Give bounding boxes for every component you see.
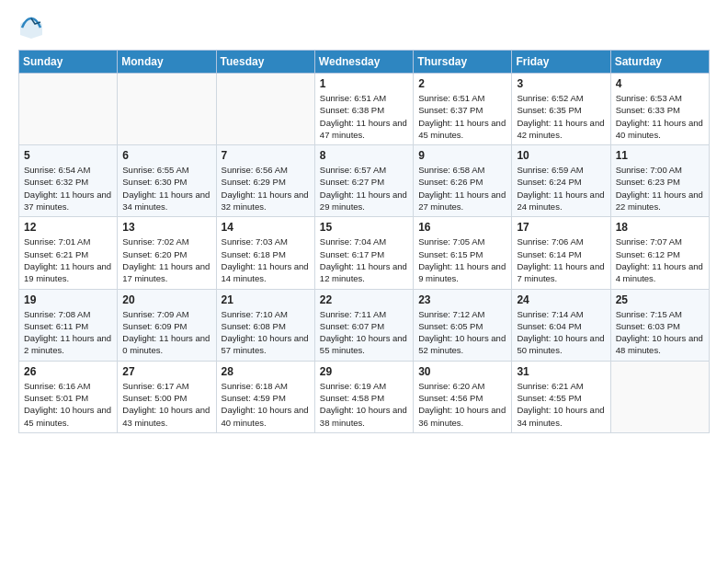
day-info: Daylight: 10 hours and 57 minutes. — [222, 332, 310, 357]
calendar-cell: 13Sunrise: 7:02 AMSunset: 6:20 PMDayligh… — [118, 217, 216, 289]
day-number: 31 — [517, 365, 605, 378]
calendar-cell — [216, 74, 314, 145]
day-info: Daylight: 11 hours and 0 minutes. — [122, 332, 210, 357]
day-info: Sunset: 4:55 PM — [517, 392, 605, 404]
weekday-header-thursday: Thursday — [414, 51, 512, 74]
day-info: Sunrise: 6:55 AM — [122, 164, 210, 176]
day-info: Sunset: 6:03 PM — [616, 320, 704, 332]
day-info: Daylight: 11 hours and 37 minutes. — [24, 189, 112, 213]
day-info: Sunrise: 7:06 AM — [517, 236, 605, 247]
day-number: 29 — [320, 365, 408, 378]
day-info: Sunrise: 6:18 AM — [222, 380, 310, 392]
day-info: Sunrise: 7:11 AM — [320, 308, 408, 320]
day-info: Sunrise: 7:03 AM — [222, 236, 310, 247]
calendar-cell: 9Sunrise: 6:58 AMSunset: 6:26 PMDaylight… — [414, 145, 512, 217]
calendar-cell: 27Sunrise: 6:17 AMSunset: 5:00 PMDayligh… — [118, 361, 216, 432]
day-info: Sunset: 6:26 PM — [418, 176, 506, 188]
day-info: Sunrise: 6:53 AM — [616, 92, 704, 104]
day-info: Sunset: 6:15 PM — [418, 248, 506, 260]
day-number: 15 — [320, 221, 408, 234]
day-number: 1 — [320, 77, 408, 90]
day-info: Sunset: 6:09 PM — [122, 320, 210, 332]
calendar-cell: 16Sunrise: 7:05 AMSunset: 6:15 PMDayligh… — [414, 217, 512, 289]
calendar-cell: 22Sunrise: 7:11 AMSunset: 6:07 PMDayligh… — [314, 289, 413, 361]
day-info: Daylight: 10 hours and 52 minutes. — [418, 332, 506, 357]
day-info: Sunrise: 7:05 AM — [418, 236, 506, 247]
day-info: Sunrise: 7:09 AM — [122, 308, 210, 320]
day-info: Sunrise: 6:20 AM — [418, 380, 506, 392]
calendar-cell: 30Sunrise: 6:20 AMSunset: 4:56 PMDayligh… — [414, 361, 512, 432]
day-info: Sunrise: 6:57 AM — [320, 164, 408, 176]
day-info: Daylight: 11 hours and 22 minutes. — [616, 189, 704, 213]
logo-icon — [18, 15, 44, 40]
day-info: Sunrise: 7:10 AM — [222, 308, 310, 320]
day-number: 20 — [122, 293, 210, 306]
day-info: Daylight: 11 hours and 4 minutes. — [616, 260, 704, 285]
day-number: 4 — [616, 77, 704, 90]
day-info: Daylight: 10 hours and 36 minutes. — [418, 404, 506, 429]
day-number: 24 — [517, 293, 605, 306]
calendar-cell: 23Sunrise: 7:12 AMSunset: 6:05 PMDayligh… — [414, 289, 512, 361]
day-info: Sunset: 6:12 PM — [616, 248, 704, 260]
day-number: 6 — [122, 149, 210, 162]
day-info: Sunset: 6:07 PM — [320, 320, 408, 332]
day-info: Sunset: 6:23 PM — [616, 176, 704, 188]
day-number: 27 — [122, 365, 210, 378]
day-info: Sunset: 6:29 PM — [222, 176, 310, 188]
day-info: Sunrise: 6:56 AM — [222, 164, 310, 176]
calendar-cell — [19, 74, 118, 145]
day-info: Sunrise: 7:07 AM — [616, 236, 704, 247]
day-info: Daylight: 11 hours and 29 minutes. — [320, 189, 408, 213]
day-info: Daylight: 11 hours and 40 minutes. — [616, 117, 704, 142]
day-info: Sunset: 5:00 PM — [122, 392, 210, 404]
day-number: 10 — [517, 149, 605, 162]
calendar-cell — [610, 361, 709, 432]
day-info: Sunrise: 6:59 AM — [517, 164, 605, 176]
calendar-cell: 21Sunrise: 7:10 AMSunset: 6:08 PMDayligh… — [216, 289, 314, 361]
day-info: Sunset: 6:17 PM — [320, 248, 408, 260]
calendar-cell: 20Sunrise: 7:09 AMSunset: 6:09 PMDayligh… — [118, 289, 216, 361]
calendar-table: SundayMondayTuesdayWednesdayThursdayFrid… — [18, 50, 710, 433]
calendar-cell: 7Sunrise: 6:56 AMSunset: 6:29 PMDaylight… — [216, 145, 314, 217]
day-info: Daylight: 11 hours and 27 minutes. — [418, 189, 506, 213]
calendar-cell: 8Sunrise: 6:57 AMSunset: 6:27 PMDaylight… — [314, 145, 413, 217]
day-number: 23 — [418, 293, 506, 306]
day-info: Sunrise: 7:08 AM — [24, 308, 112, 320]
day-info: Sunset: 6:32 PM — [24, 176, 112, 188]
day-info: Daylight: 11 hours and 2 minutes. — [24, 332, 112, 357]
day-info: Sunset: 6:18 PM — [222, 248, 310, 260]
calendar-cell: 6Sunrise: 6:55 AMSunset: 6:30 PMDaylight… — [118, 145, 216, 217]
day-number: 26 — [24, 365, 112, 378]
calendar-cell: 28Sunrise: 6:18 AMSunset: 4:59 PMDayligh… — [216, 361, 314, 432]
calendar-cell: 11Sunrise: 7:00 AMSunset: 6:23 PMDayligh… — [610, 145, 709, 217]
calendar-cell: 19Sunrise: 7:08 AMSunset: 6:11 PMDayligh… — [19, 289, 118, 361]
day-number: 22 — [320, 293, 408, 306]
day-info: Sunset: 6:37 PM — [418, 104, 506, 116]
day-info: Sunrise: 6:19 AM — [320, 380, 408, 392]
day-info: Sunrise: 6:51 AM — [418, 92, 506, 104]
day-info: Daylight: 10 hours and 34 minutes. — [517, 404, 605, 429]
day-info: Daylight: 11 hours and 32 minutes. — [222, 189, 310, 213]
calendar-cell: 18Sunrise: 7:07 AMSunset: 6:12 PMDayligh… — [610, 217, 709, 289]
day-info: Sunset: 6:38 PM — [320, 104, 408, 116]
day-number: 19 — [24, 293, 112, 306]
day-info: Sunset: 6:08 PM — [222, 320, 310, 332]
day-info: Sunset: 6:27 PM — [320, 176, 408, 188]
day-info: Daylight: 10 hours and 43 minutes. — [122, 404, 210, 429]
day-info: Daylight: 11 hours and 34 minutes. — [122, 189, 210, 213]
day-number: 21 — [222, 293, 310, 306]
day-number: 5 — [24, 149, 112, 162]
calendar-cell: 3Sunrise: 6:52 AMSunset: 6:35 PMDaylight… — [512, 74, 610, 145]
day-info: Sunrise: 7:15 AM — [616, 308, 704, 320]
day-info: Daylight: 11 hours and 12 minutes. — [320, 260, 408, 285]
day-info: Daylight: 11 hours and 17 minutes. — [122, 260, 210, 285]
calendar-cell: 15Sunrise: 7:04 AMSunset: 6:17 PMDayligh… — [314, 217, 413, 289]
day-number: 18 — [616, 221, 704, 234]
calendar-cell: 1Sunrise: 6:51 AMSunset: 6:38 PMDaylight… — [314, 74, 413, 145]
calendar-cell: 29Sunrise: 6:19 AMSunset: 4:58 PMDayligh… — [314, 361, 413, 432]
day-info: Sunrise: 6:51 AM — [320, 92, 408, 104]
day-info: Daylight: 11 hours and 45 minutes. — [418, 117, 506, 142]
day-info: Daylight: 11 hours and 47 minutes. — [320, 117, 408, 142]
day-number: 2 — [418, 77, 506, 90]
day-info: Sunset: 6:20 PM — [122, 248, 210, 260]
